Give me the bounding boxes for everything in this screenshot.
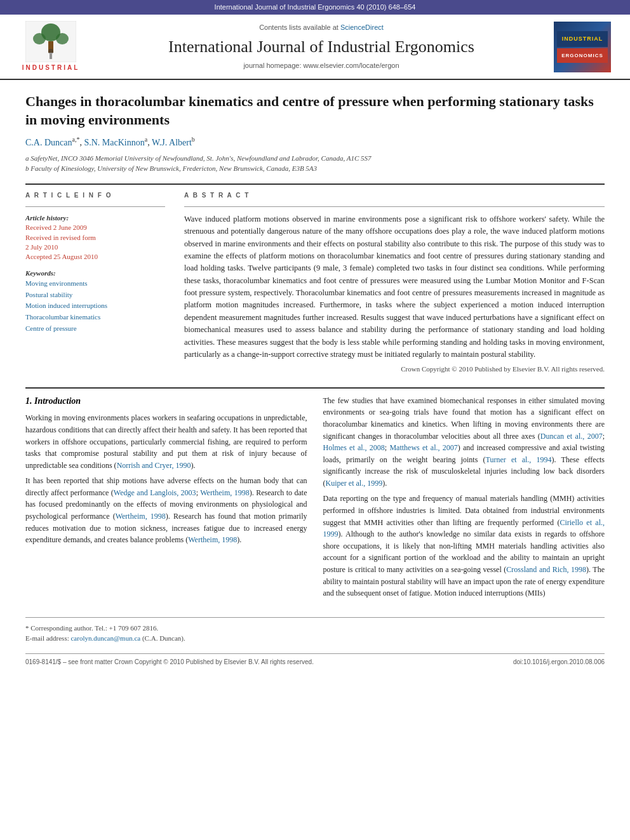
ref-kuiper99[interactable]: Kuiper et al., 1999	[326, 479, 383, 488]
right-p2: Data reporting on the type and frequency…	[323, 493, 605, 599]
author-link-mackinnon[interactable]: S.N. MacKinnon	[84, 138, 144, 147]
abstract-paragraph: Wave induced platform motions observed i…	[184, 213, 605, 361]
intro-heading: 1. Introduction	[25, 395, 307, 408]
right-p1: The few studies that have examined biome…	[323, 395, 605, 490]
sciencedirect-link[interactable]: ScienceDirect	[340, 23, 384, 31]
revised-label: Received in revised form	[25, 233, 165, 243]
keywords-block: Keywords: Moving environments Postural s…	[25, 269, 165, 334]
ref-wertheim3[interactable]: Wertheim, 1998	[188, 535, 237, 544]
history-label: Article history:	[25, 213, 165, 223]
intro-p2: It has been reported that ship motions h…	[25, 475, 307, 546]
ref-matthews07[interactable]: Matthews et al., 2007	[389, 443, 457, 452]
affiliation-a: a SafetyNet, INCO 3046 Memorial Universi…	[25, 153, 605, 164]
contents-line: Contents lists available at ScienceDirec…	[95, 23, 547, 32]
intro-number: 1.	[25, 396, 32, 406]
ref-turner94[interactable]: Turner et al., 1994	[486, 455, 552, 464]
author-link-duncan[interactable]: C.A. Duncan	[25, 138, 72, 147]
bottom-doi: doi:10.1016/j.ergon.2010.08.006	[513, 658, 605, 667]
author-sup-a: a,*	[72, 137, 80, 143]
journal-logo-box: INDUSTRIAL ERGONOMICS	[554, 22, 611, 72]
info-abstract-section: A R T I C L E I N F O Article history: R…	[25, 191, 605, 375]
abstract-text: Wave induced platform motions observed i…	[184, 213, 605, 361]
author-ca-duncan: C.A. Duncana,*, S.N. MacKinnona, W.J. Al…	[25, 138, 195, 147]
svg-point-5	[48, 49, 53, 54]
info-divider	[25, 206, 165, 207]
keyword-4[interactable]: Thoracolumbar kinematics	[25, 312, 165, 323]
authors-line: C.A. Duncana,*, S.N. MacKinnona, W.J. Al…	[25, 136, 605, 149]
footnote-email: E-mail address: carolyn.duncan@mun.ca (C…	[25, 633, 605, 644]
elsevier-logo-area: INDUSTRIAL	[13, 21, 89, 72]
body-left-col: 1. Introduction Working in moving enviro…	[25, 395, 307, 604]
logo-industrial: INDUSTRIAL	[557, 31, 608, 47]
body-section: 1. Introduction Working in moving enviro…	[25, 395, 605, 604]
keyword-1[interactable]: Moving environments	[25, 278, 165, 290]
article-title: Changes in thoracolumbar kinematics and …	[25, 93, 605, 129]
received-label: Received 2 June 2009	[25, 223, 165, 232]
elsevier-label-text: INDUSTRIAL	[22, 63, 80, 72]
journal-citation-text: International Journal of Industrial Ergo…	[215, 3, 416, 11]
author-sup-b: b	[192, 137, 195, 143]
ref-wertheim2[interactable]: Wertheim, 1998	[116, 512, 166, 521]
article-info-col: A R T I C L E I N F O Article history: R…	[25, 191, 165, 375]
journal-citation-bar: International Journal of Industrial Ergo…	[0, 0, 630, 15]
article-info-label: A R T I C L E I N F O	[25, 191, 165, 200]
accepted-label: Accepted 25 August 2010	[25, 252, 165, 262]
revised-date: 2 July 2010	[25, 243, 165, 252]
bottom-copyright: 0169-8141/$ – see front matter Crown Cop…	[25, 658, 314, 667]
homepage-line: journal homepage: www.elsevier.com/locat…	[95, 61, 547, 70]
ref-ciriello99[interactable]: Ciriello et al., 1999	[323, 518, 605, 539]
author-link-albert[interactable]: W.J. Albert	[152, 138, 192, 147]
logo-ergonomics: ERGONOMICS	[557, 48, 608, 63]
ref-norrish[interactable]: Norrish and Cryer, 1990	[117, 461, 191, 470]
journal-header-center: Contents lists available at ScienceDirec…	[95, 23, 547, 70]
footnote-email-link[interactable]: carolyn.duncan@mun.ca	[70, 634, 140, 642]
keyword-5[interactable]: Centre of pressure	[25, 323, 165, 335]
journal-logo-area: INDUSTRIAL ERGONOMICS	[554, 22, 617, 72]
footnote-tel: * Corresponding author. Tel.: +1 709 607…	[25, 623, 605, 634]
ref-duncan07[interactable]: Duncan et al., 2007	[540, 432, 603, 441]
ref-wertheim1[interactable]: Wertheim, 1998	[200, 488, 250, 497]
affiliation-b: b Faculty of Kinesiology, University of …	[25, 163, 605, 174]
intro-para1: Working in moving environments places wo…	[25, 412, 307, 546]
intro-title: Introduction	[34, 396, 81, 406]
article-content: Changes in thoracolumbar kinematics and …	[0, 80, 630, 679]
abstract-label: A B S T R A C T	[184, 191, 605, 200]
keyword-3[interactable]: Motion induced interruptions	[25, 300, 165, 312]
elsevier-tree-icon	[25, 21, 76, 62]
article-history-block: Article history: Received 2 June 2009 Re…	[25, 213, 165, 262]
right-para1: The few studies that have examined biome…	[323, 395, 605, 599]
journal-header: INDUSTRIAL Contents lists available at S…	[0, 15, 630, 80]
footnote-email-name: (C.A. Duncan).	[142, 634, 185, 642]
keyword-2[interactable]: Postural stability	[25, 290, 165, 301]
elsevier-logo: INDUSTRIAL	[13, 21, 89, 72]
journal-title: International Journal of Industrial Ergo…	[95, 36, 547, 58]
article-footer: * Corresponding author. Tel.: +1 709 607…	[25, 617, 605, 644]
svg-point-2	[33, 33, 46, 44]
footnote-email-label: E-mail address:	[25, 634, 70, 642]
abstract-col: A B S T R A C T Wave induced platform mo…	[184, 191, 605, 375]
ref-crossland98[interactable]: Crossland and Rich, 1998	[506, 565, 586, 574]
svg-rect-6	[50, 54, 52, 59]
body-right-col: The few studies that have examined biome…	[323, 395, 605, 604]
affiliations: a SafetyNet, INCO 3046 Memorial Universi…	[25, 153, 605, 174]
bottom-bar: 0169-8141/$ – see front matter Crown Cop…	[25, 653, 605, 667]
svg-point-3	[56, 33, 69, 44]
intro-p1: Working in moving environments places wo…	[25, 412, 307, 471]
contents-label: Contents lists available at	[259, 23, 338, 31]
body-divider	[25, 387, 605, 389]
copyright-line: Crown Copyright © 2010 Published by Else…	[184, 364, 605, 374]
ref-holmes08[interactable]: Holmes et al., 2008	[323, 443, 385, 452]
ref-wedge[interactable]: Wedge and Langlois, 2003	[114, 488, 196, 497]
author-sup-a2: a	[145, 137, 147, 143]
abstract-divider	[184, 206, 605, 207]
keywords-label: Keywords:	[25, 269, 165, 278]
header-divider	[25, 183, 605, 185]
